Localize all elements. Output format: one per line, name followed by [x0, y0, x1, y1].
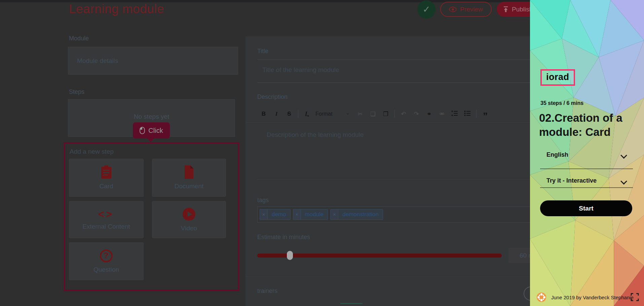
- tag-label: demo: [268, 209, 290, 220]
- steps-duration-meta: 35 steps / 6 mins: [540, 100, 583, 106]
- paste-button[interactable]: ❐: [379, 110, 392, 118]
- no-steps-text: No steps yet: [134, 113, 169, 120]
- steps-section-label: Steps: [69, 88, 84, 95]
- module-section-label: Module: [69, 35, 89, 42]
- estimate-field-label: Estimate in minutes: [257, 234, 310, 241]
- module-details-item[interactable]: Module details: [68, 47, 238, 75]
- dropdown-underline: [540, 187, 633, 188]
- numbered-list-button[interactable]: [448, 111, 461, 118]
- credit-text: June 2019 by Vanderbeck Stephanie: [551, 295, 634, 300]
- publish-label: Publish: [512, 6, 533, 13]
- screen: Learning module ✓ Preview Publish Module…: [0, 0, 644, 306]
- click-tooltip-label: Click: [148, 127, 163, 135]
- estimate-slider[interactable]: [257, 254, 502, 258]
- bold-button[interactable]: B: [257, 111, 270, 117]
- toolbar-separator: [476, 110, 477, 118]
- page-title: Learning module: [69, 2, 164, 16]
- cut-button[interactable]: ✂: [354, 110, 367, 118]
- start-label: Start: [579, 205, 593, 212]
- tag-chip: × demonstration: [330, 209, 383, 220]
- preview-label: Preview: [460, 6, 483, 13]
- copy-button[interactable]: ❏: [367, 110, 379, 118]
- unlink-button[interactable]: ⚮: [435, 110, 448, 118]
- remove-format-sub: x: [307, 114, 309, 118]
- tag-label: module: [301, 209, 328, 220]
- author-badge-icon: [536, 292, 546, 302]
- description-field-label: Description: [257, 93, 288, 101]
- tutorial-title: 02.Creation of a module: Card: [539, 111, 640, 139]
- click-tooltip: Click: [133, 122, 170, 139]
- blockquote-button[interactable]: ”: [479, 110, 492, 118]
- start-button[interactable]: Start: [540, 200, 632, 216]
- click-tooltip-tail: [147, 138, 154, 142]
- language-dropdown[interactable]: English: [546, 151, 568, 158]
- toolbar-separator: [394, 110, 395, 118]
- description-input[interactable]: Description of the learning module: [267, 131, 364, 139]
- format-caret-icon: [346, 113, 349, 115]
- check-icon: ✓: [423, 4, 430, 15]
- italic-button[interactable]: I: [270, 111, 283, 117]
- preview-button[interactable]: Preview: [440, 2, 492, 17]
- tag-chip: × module: [293, 209, 328, 220]
- tag-label: demonstration: [338, 209, 383, 220]
- mode-dropdown[interactable]: Try it - Interactive: [546, 177, 597, 184]
- iorad-sidebar: iorad 35 steps / 6 mins 02.Creation of a…: [530, 0, 644, 306]
- module-details-label: Module details: [77, 57, 118, 65]
- upload-icon: [503, 6, 509, 12]
- title-input[interactable]: Title of the learning module: [262, 66, 339, 74]
- undo-button[interactable]: ↶: [397, 110, 410, 118]
- tags-field-label: tags: [257, 197, 269, 204]
- estimate-slider-handle[interactable]: [287, 251, 293, 260]
- tag-chip: × demo: [260, 209, 291, 220]
- link-button[interactable]: ⚭: [423, 110, 435, 118]
- numbered-list-icon: [451, 111, 458, 116]
- trainers-input-underline: [340, 303, 363, 304]
- saved-check-button[interactable]: ✓: [417, 0, 435, 18]
- tutorial-highlight-frame: [64, 142, 239, 291]
- trainers-field-label: trainers: [257, 288, 277, 295]
- dropdown-underline: [540, 168, 633, 169]
- bullet-list-button[interactable]: [461, 111, 474, 118]
- remove-format-button[interactable]: Ix: [301, 110, 313, 117]
- format-dropdown[interactable]: Format: [313, 111, 339, 117]
- editor-toolbar: B I S Ix Format ✂ ❏ ❐ ↶ ↷ ⚭ ⚮: [257, 108, 492, 120]
- tag-remove-button[interactable]: ×: [293, 209, 301, 220]
- tag-remove-button[interactable]: ×: [260, 209, 268, 220]
- remove-format-glyph: I: [305, 110, 307, 117]
- mouse-icon: [140, 127, 145, 134]
- title-field-label: Title: [257, 48, 268, 55]
- bullet-list-icon: [464, 111, 471, 116]
- redo-button[interactable]: ↷: [410, 110, 423, 118]
- strikethrough-button[interactable]: S: [283, 111, 296, 117]
- tag-remove-button[interactable]: ×: [331, 209, 338, 220]
- fullscreen-icon[interactable]: [631, 293, 639, 301]
- eye-icon: [449, 7, 457, 12]
- toolbar-separator: [298, 110, 298, 118]
- iorad-logo[interactable]: iorad: [540, 69, 575, 86]
